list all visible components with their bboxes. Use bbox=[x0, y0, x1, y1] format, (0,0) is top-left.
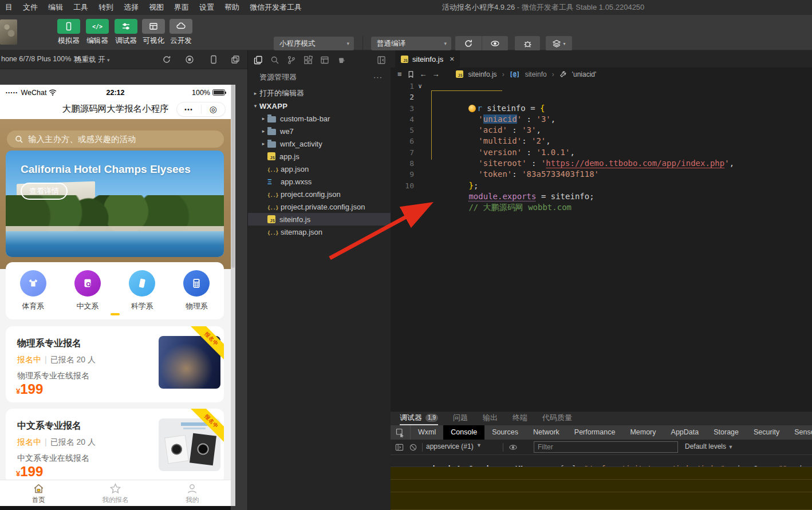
search-icon[interactable] bbox=[270, 56, 279, 65]
close-icon[interactable]: × bbox=[450, 54, 454, 64]
execution-context-selector[interactable]: appservice (#1) bbox=[426, 442, 474, 450]
tree-item[interactable]: siteinfo.js bbox=[248, 213, 391, 226]
detach-window-icon[interactable] bbox=[231, 55, 240, 64]
fold-chevron-icon[interactable] bbox=[414, 103, 426, 114]
tree-item[interactable]: app.js bbox=[248, 150, 391, 163]
compile-button[interactable] bbox=[455, 36, 482, 51]
menu-item[interactable]: 转到 bbox=[93, 2, 119, 13]
devtools-tab[interactable]: Sensor bbox=[787, 425, 812, 440]
console-row[interactable]: ⚠[自动热重载] 已开启代码文件保存后自动热重载（不支持 json） bbox=[391, 467, 812, 480]
breadcrumb-file[interactable]: siteinfo.js bbox=[468, 70, 497, 78]
compile-mode-dropdown[interactable]: 普通编译▾ bbox=[371, 37, 451, 50]
clear-console-icon[interactable] bbox=[409, 443, 417, 452]
banner-detail-button[interactable]: 查看详情 bbox=[21, 183, 68, 200]
category-physics[interactable]: 物理系 bbox=[176, 270, 216, 319]
tree-item[interactable]: ▸ wnfx_activity bbox=[248, 137, 391, 150]
menu-item[interactable]: 帮助 bbox=[219, 2, 245, 13]
fold-chevron-icon[interactable] bbox=[414, 125, 426, 136]
fold-chevron-icon[interactable] bbox=[414, 147, 426, 158]
devtools-tab[interactable]: Network bbox=[526, 425, 567, 440]
back-icon[interactable]: ← bbox=[420, 70, 427, 78]
editor-toggle[interactable]: </> 编辑器 bbox=[85, 19, 110, 46]
phone-frame-icon[interactable] bbox=[210, 55, 218, 64]
tree-item[interactable]: project.config.json bbox=[248, 188, 391, 200]
live-expression-icon[interactable] bbox=[509, 443, 518, 452]
record-stop-icon[interactable] bbox=[185, 55, 194, 64]
menu-item[interactable]: 选择 bbox=[119, 2, 144, 13]
banner-card[interactable]: California Hotel Champs Elysees 查看详情 bbox=[6, 151, 224, 257]
category-sports[interactable]: 体育系 bbox=[13, 270, 53, 319]
menu-item[interactable]: 微信开发者工具 bbox=[245, 2, 307, 13]
tree-item[interactable]: project.private.config.json bbox=[248, 200, 391, 213]
devtools-tab[interactable]: Performance bbox=[567, 425, 623, 440]
hot-reload-toggle[interactable]: 热重载 开 ▾ bbox=[74, 55, 110, 65]
close-target-icon[interactable]: ◎ bbox=[202, 102, 226, 116]
visualizer-toggle[interactable]: 可视化 bbox=[141, 19, 166, 46]
tea-icon[interactable] bbox=[337, 56, 346, 65]
console-row[interactable]: ⚠▸Setting data field "cateswitch" to und… bbox=[391, 480, 812, 492]
code-editor[interactable]: 1 ∨ r siteinfo = { 2 'uniacid' : '3', 3 … bbox=[391, 81, 812, 411]
menu-item[interactable]: 界面 bbox=[169, 2, 194, 13]
devtools-tab[interactable]: Wxml bbox=[411, 425, 443, 440]
devtools-tab[interactable]: Security bbox=[746, 425, 787, 440]
fold-chevron-icon[interactable] bbox=[414, 158, 426, 169]
fold-chevron-icon[interactable] bbox=[414, 92, 426, 102]
devtools-tab[interactable]: Storage bbox=[706, 425, 746, 440]
menu-item[interactable]: 文件 bbox=[18, 2, 43, 13]
search-bar[interactable]: 输入主办方、或感兴趣的活动 bbox=[7, 131, 224, 148]
panel-tab[interactable]: 问题 bbox=[453, 412, 468, 425]
breadcrumb-symbol[interactable]: siteinfo bbox=[525, 70, 547, 78]
fold-chevron-icon[interactable] bbox=[414, 114, 426, 125]
debugger-toggle[interactable]: 调试器 bbox=[113, 19, 139, 46]
show-sidebar-icon[interactable] bbox=[395, 443, 404, 452]
simulator-toggle[interactable]: 模拟器 bbox=[56, 19, 81, 46]
collapse-sidebar-icon[interactable] bbox=[377, 56, 386, 65]
inspect-element-icon[interactable] bbox=[391, 425, 411, 440]
bookmark-icon[interactable] bbox=[407, 70, 415, 78]
preview-button[interactable] bbox=[482, 36, 508, 51]
tab-home[interactable]: 首页 bbox=[0, 480, 77, 506]
fold-chevron-icon[interactable] bbox=[414, 136, 426, 147]
fold-chevron-icon[interactable] bbox=[414, 180, 426, 191]
category-science[interactable]: 科学系 bbox=[122, 270, 162, 319]
tree-item[interactable]: ▾ WXAPP bbox=[248, 100, 391, 112]
menu-item[interactable]: 工具 bbox=[68, 2, 93, 13]
console-row[interactable]: invokeAppService postMessage ▸{url: "/wn… bbox=[391, 455, 812, 467]
menu-item[interactable]: 目 bbox=[0, 2, 18, 13]
category-chinese[interactable]: 中文系 bbox=[68, 270, 108, 319]
panel-tab[interactable]: 代码质量 bbox=[542, 412, 572, 425]
user-avatar[interactable] bbox=[0, 19, 17, 45]
cloud-dev-toggle[interactable]: 云开发 bbox=[168, 19, 194, 46]
tree-item[interactable]: ▸ we7 bbox=[248, 125, 391, 137]
log-levels-dropdown[interactable]: Default levels ▼ bbox=[685, 442, 733, 450]
activity-card-physics[interactable]: 物理系专业报名 报名中|已报名 20 人 物理系专业在线报名 ¥199 报名中 bbox=[6, 326, 224, 402]
extensions-icon[interactable] bbox=[303, 56, 313, 65]
mode-dropdown[interactable]: 小程序模式▾ bbox=[274, 37, 354, 50]
files-icon[interactable] bbox=[254, 56, 263, 65]
breadcrumb-member[interactable]: 'uniacid' bbox=[572, 70, 597, 78]
tree-item[interactable]: app.wxss bbox=[248, 175, 391, 188]
panel-tab[interactable]: 终端 bbox=[513, 412, 527, 425]
panel-tab[interactable]: 输出 bbox=[483, 412, 498, 425]
activity-card-chinese[interactable]: 中文系专业报名 报名中|已报名 20 人 中文系专业在线报名 ¥199 报名中 bbox=[6, 409, 224, 484]
devtools-tab[interactable]: Console bbox=[443, 425, 484, 440]
tree-item[interactable]: ▸ custom-tab-bar bbox=[248, 112, 391, 125]
devtools-tab[interactable]: Memory bbox=[622, 425, 663, 440]
console-filter-input[interactable] bbox=[534, 441, 678, 453]
devtools-tab[interactable]: AppData bbox=[664, 425, 707, 440]
tree-item[interactable]: ▸ 打开的编辑器 bbox=[248, 87, 391, 100]
menu-item[interactable]: 设置 bbox=[194, 2, 219, 13]
tree-item[interactable]: sitemap.json bbox=[248, 226, 391, 238]
tab-my-registrations[interactable]: 我的报名 bbox=[77, 480, 153, 506]
rotate-icon[interactable] bbox=[162, 55, 171, 64]
outline-icon[interactable]: ≡ bbox=[397, 70, 402, 78]
tree-item[interactable]: app.json bbox=[248, 163, 391, 175]
source-control-icon[interactable] bbox=[287, 56, 296, 65]
console-row[interactable]: ⚠[wnfx_activity/pages/user/user] Some se… bbox=[391, 492, 812, 510]
tab-profile[interactable]: 我的 bbox=[154, 480, 231, 506]
phone-scrollbar[interactable] bbox=[231, 85, 235, 506]
device-selector[interactable]: hone 6/7/8 Plus 100% 16 ▾ bbox=[1, 55, 86, 63]
tab-siteinfo-js[interactable]: siteinfo.js × bbox=[395, 50, 460, 68]
menu-item[interactable]: 视图 bbox=[144, 2, 169, 13]
menu-item[interactable]: 编辑 bbox=[43, 2, 68, 13]
